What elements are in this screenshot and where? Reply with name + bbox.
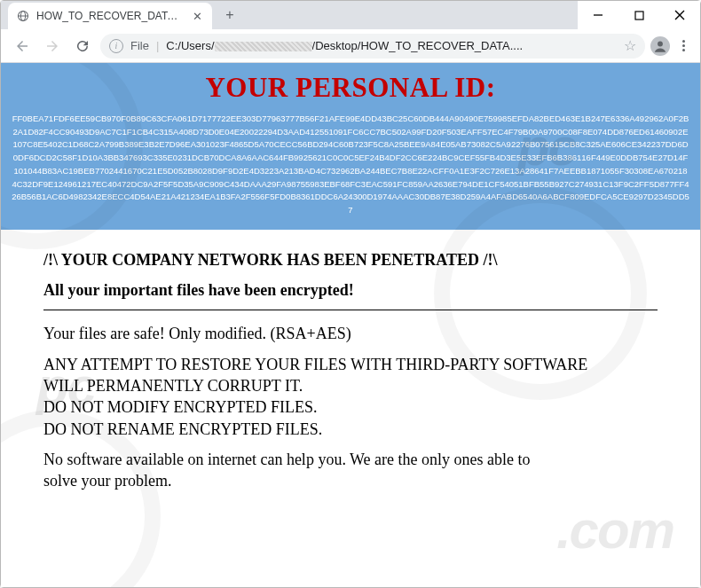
svg-rect-4 xyxy=(635,12,643,20)
site-info-icon[interactable]: i xyxy=(109,39,123,53)
ransom-note-body: /!\ YOUR COMPANY NETWORK HAS BEEN PENETR… xyxy=(1,230,700,521)
page-content: pc pc .com YOUR PERSONAL ID: FF0BEA71FDF… xyxy=(1,63,700,587)
browser-window: HOW_TO_RECOVER_DATA.html ✕ + xyxy=(0,0,701,588)
url-redacted xyxy=(215,42,312,51)
browser-tab[interactable]: HOW_TO_RECOVER_DATA.html ✕ xyxy=(8,3,212,29)
tab-title: HOW_TO_RECOVER_DATA.html xyxy=(36,10,184,22)
titlebar: HOW_TO_RECOVER_DATA.html ✕ + xyxy=(1,1,700,29)
bookmark-star-icon[interactable]: ☆ xyxy=(624,37,636,54)
body-paragraph-2: ANY ATTEMPT TO RESTORE YOUR FILES WITH T… xyxy=(43,354,658,440)
forward-button[interactable] xyxy=(40,34,65,59)
minimize-window-button[interactable] xyxy=(578,1,618,29)
body-paragraph-1: Your files are safe! Only modified. (RSA… xyxy=(43,323,658,344)
url-suffix: /Desktop/HOW_TO_RECOVER_DATA.... xyxy=(312,39,524,52)
profile-avatar-button[interactable] xyxy=(650,36,670,56)
kebab-menu-button[interactable] xyxy=(675,36,691,55)
toolbar: i File | C:/Users//Desktop/HOW_TO_RECOVE… xyxy=(1,29,700,63)
globe-icon xyxy=(17,10,29,22)
url-text: C:/Users//Desktop/HOW_TO_RECOVER_DATA...… xyxy=(166,39,617,52)
body-paragraph-3: No software available on internet can he… xyxy=(43,449,658,492)
banner: YOUR PERSONAL ID: FF0BEA71FDF6EE59CB970F… xyxy=(1,63,700,230)
address-bar[interactable]: i File | C:/Users//Desktop/HOW_TO_RECOVE… xyxy=(100,34,645,59)
close-tab-button[interactable]: ✕ xyxy=(191,10,203,22)
banner-title: YOUR PERSONAL ID: xyxy=(8,72,693,104)
svg-point-8 xyxy=(658,41,663,46)
url-scheme: File xyxy=(130,39,149,52)
warning-line-2: All your important files have been encry… xyxy=(43,279,658,301)
window-controls xyxy=(578,1,700,29)
body-divider xyxy=(43,310,658,310)
new-tab-button[interactable]: + xyxy=(217,3,242,27)
url-prefix: C:/Users/ xyxy=(166,39,214,52)
personal-id-hex: FF0BEA71FDF6EE59CB970F0B89C63CFA061D7177… xyxy=(8,113,693,217)
warning-line-1: /!\ YOUR COMPANY NETWORK HAS BEEN PENETR… xyxy=(43,249,658,270)
reload-button[interactable] xyxy=(70,34,95,59)
tabs-area: HOW_TO_RECOVER_DATA.html ✕ + xyxy=(1,1,578,29)
maximize-window-button[interactable] xyxy=(618,1,659,29)
back-button[interactable] xyxy=(10,34,35,59)
close-window-button[interactable] xyxy=(659,1,700,29)
url-divider: | xyxy=(156,39,159,52)
